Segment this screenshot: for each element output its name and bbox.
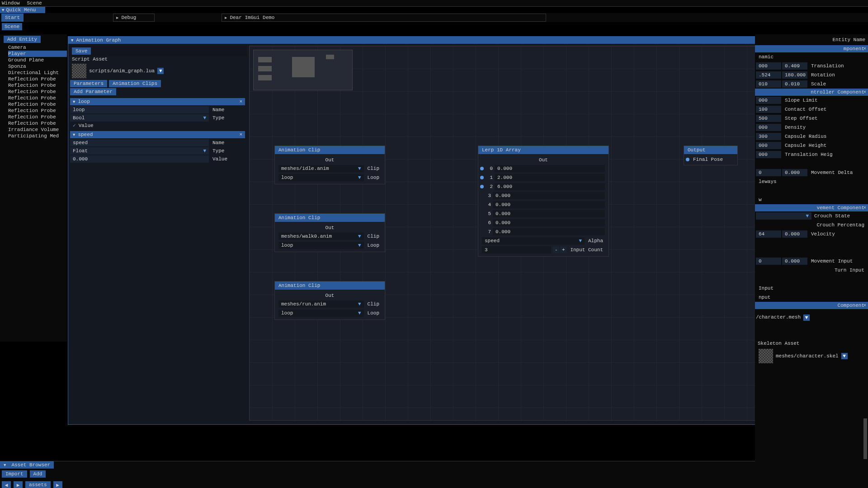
component-header[interactable]: mponent× [755,45,868,52]
skeleton-asset-label: Skeleton Asset [755,340,868,347]
import-button[interactable]: Import [2,470,27,478]
start-button[interactable]: Start [1,14,24,22]
crouch-state-select[interactable]: ▼ [756,212,811,220]
chevron-down-icon [73,99,75,104]
script-asset-row: scripts/anim_graph.lua ▼ [68,62,247,80]
decrement-button[interactable]: - [553,247,559,253]
scene-item[interactable]: Participating Med [8,133,67,139]
scene-entity-list: Camera Player Ground Plane Sponza Direct… [0,44,67,139]
close-icon[interactable]: × [863,303,866,308]
node-animation-clip[interactable]: Animation Clip Out meshes/walk0.anim▼Cli… [274,213,385,252]
animation-graph-window: Animation Graph Save Script Asset script… [68,36,769,425]
scene-item[interactable]: Reflection Probe [8,114,67,120]
component-header[interactable]: ntroller Component× [755,89,868,96]
script-asset-label: Script Asset [68,56,247,62]
nav-forward-button[interactable]: ▶ [14,481,23,488]
script-path: scripts/anim_graph.lua [89,68,155,74]
path-segment[interactable]: assets [25,481,51,488]
increment-button[interactable]: + [560,247,566,253]
node-animation-clip[interactable]: Animation Clip Out meshes/run.anim▼Clip … [274,281,385,320]
scene-item[interactable]: Reflection Probe [8,89,67,95]
menu-bar: Window Scene [0,0,868,7]
graph-canvas[interactable]: Animation Clip Out meshes/idle.anim▼Clip… [249,46,764,421]
play-icon [116,15,118,20]
chevron-down-icon [73,132,75,137]
menu-scene[interactable]: Scene [27,0,42,6]
add-parameter-button[interactable]: Add Parameter [70,88,116,95]
param-header[interactable]: loop × [70,98,245,105]
quick-menu[interactable]: Quick Menu [0,7,45,13]
scene-item[interactable]: Reflection Probe [8,76,67,82]
close-icon[interactable]: × [239,132,242,137]
nav-back-button[interactable]: ◀ [2,481,11,488]
asset-browser: Asset Browser Import Add ◀ ▶ assets ▶ [0,461,755,488]
scene-item[interactable]: Reflection Probe [8,120,67,127]
nav-into-button[interactable]: ▶ [53,481,62,488]
skeleton-asset-row: meshes/character.skel ▼ [755,347,868,365]
scene-panel: Add Entity Camera Player Ground Plane Sp… [0,34,67,342]
chevron-down-icon [2,7,4,13]
toolbar: Start Debug Dear ImGui Demo [0,13,868,22]
param-name-input[interactable]: loop [70,106,209,113]
asset-thumbnail [759,349,773,363]
param-type-select[interactable]: Bool▼ [70,114,209,122]
close-icon[interactable]: × [863,46,866,52]
entity-name-label: Entity Name [755,34,868,45]
param-header[interactable]: speed × [70,131,245,138]
node-lerp-1d-array[interactable]: Lerp 1D Array Out 00.000 12.000 26.000 3… [478,145,609,257]
close-icon[interactable]: × [863,205,866,211]
param-speed: speed × speedName Float▼Type 0.000Value [68,131,247,163]
scene-item[interactable]: Sponza [8,63,67,70]
scene-item[interactable]: Reflection Probe [8,82,67,89]
demo-dropdown[interactable]: Dear ImGui Demo [222,14,546,22]
param-value-checkbox[interactable]: ✓Value [70,122,245,129]
scene-item[interactable]: Reflection Probe [8,108,67,114]
scene-panel-title: Scene [0,23,868,30]
param-name-input[interactable]: speed [70,139,209,146]
param-loop: loop × loopName Bool▼Type ✓Value [68,98,247,129]
node-animation-clip[interactable]: Animation Clip Out meshes/idle.anim▼Clip… [274,145,385,184]
chevron-down-icon [71,38,73,43]
scene-item[interactable]: Ground Plane [8,57,67,63]
add-button[interactable]: Add [30,470,46,478]
scene-item[interactable]: Directional Light [8,70,67,76]
debug-dropdown[interactable]: Debug [113,14,155,22]
play-icon [225,15,227,20]
scrollbar[interactable] [863,418,867,459]
component-header[interactable]: Component× [755,302,868,309]
dropdown-icon[interactable]: ▼ [841,353,848,359]
save-button[interactable]: Save [72,47,91,55]
inspector-panel: Entity Name mponent× namic 0000.409Trans… [755,34,868,488]
tab-animation-clips[interactable]: Animation Clips [109,80,161,87]
scene-item[interactable]: Camera [8,44,67,51]
param-type-select[interactable]: Float▼ [70,147,209,155]
scene-item[interactable]: Reflection Probe [8,95,67,101]
add-entity-button[interactable]: Add Entity [4,36,41,43]
menu-window[interactable]: Window [2,0,20,6]
scene-item[interactable]: Reflection Probe [8,101,67,108]
node-output[interactable]: Output Final Pose [684,145,738,165]
param-value-input[interactable]: 0.000 [70,155,209,163]
component-header[interactable]: vement Component× [755,204,868,211]
tab-parameters[interactable]: Parameters [70,80,107,87]
close-icon[interactable]: × [863,89,866,95]
scene-item[interactable]: Irradiance Volume [8,127,67,133]
animation-graph-title[interactable]: Animation Graph [68,37,768,44]
asset-thumbnail [72,64,86,78]
scene-item[interactable]: Player [8,51,67,57]
dropdown-icon[interactable]: ▼ [157,68,164,74]
anim-tabs: Parameters Animation Clips [68,80,247,87]
minimap[interactable] [253,50,353,90]
dropdown-icon[interactable]: ▼ [803,314,810,321]
close-icon[interactable]: × [239,99,242,104]
